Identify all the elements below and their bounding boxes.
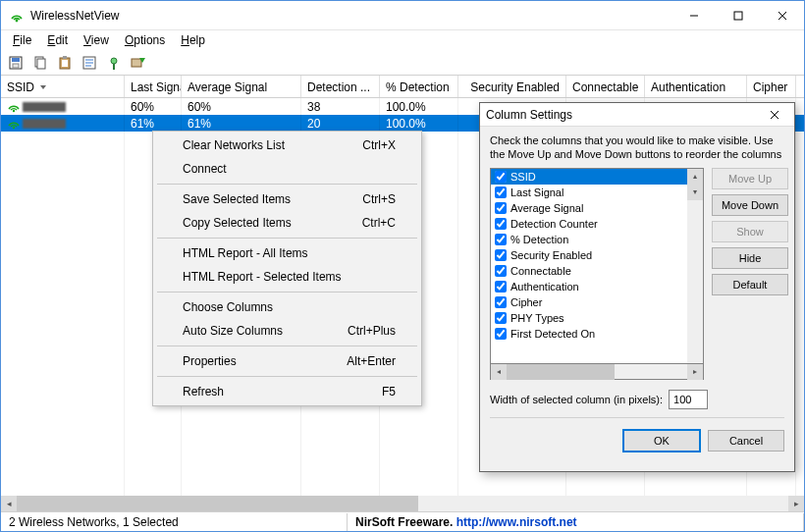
cell: 60% — [182, 100, 301, 114]
column-checkbox-label: Security Enabled — [510, 249, 592, 261]
column-header[interactable]: Last Signal — [125, 76, 182, 97]
grid-header: SSIDLast SignalAverage SignalDetection .… — [1, 76, 804, 98]
column-checkbox[interactable] — [495, 296, 507, 308]
column-checkbox[interactable] — [495, 281, 507, 293]
status-left: 2 Wireless Networks, 1 Selected — [1, 513, 348, 531]
column-checkbox-row[interactable]: First Detected On — [491, 326, 687, 342]
moveup-button[interactable]: Move Up — [712, 168, 788, 189]
column-checkbox-label: SSID — [510, 171, 536, 183]
column-header[interactable]: Security Enabled — [458, 76, 566, 97]
width-input[interactable] — [669, 390, 708, 409]
svg-rect-9 — [37, 59, 45, 69]
column-header[interactable]: Average Signal — [182, 76, 301, 97]
menubar: File Edit View Options Help — [1, 30, 804, 50]
column-checkbox-row[interactable]: Connectable — [491, 263, 687, 279]
menu-view[interactable]: View — [76, 31, 117, 49]
svg-rect-2 — [734, 12, 742, 20]
context-item[interactable]: RefreshF5 — [155, 380, 419, 403]
column-header[interactable]: Connectable — [566, 76, 645, 97]
svg-point-17 — [111, 58, 117, 64]
column-checkbox-row[interactable]: Last Signal — [491, 185, 687, 200]
cancel-button[interactable]: Cancel — [708, 430, 784, 452]
column-header[interactable]: Detection ... — [301, 76, 380, 97]
context-item[interactable]: PropertiesAlt+Enter — [155, 349, 419, 373]
refresh-icon[interactable] — [128, 52, 149, 74]
find-icon[interactable] — [103, 52, 125, 74]
menu-file[interactable]: File — [5, 31, 39, 49]
menu-edit[interactable]: Edit — [39, 31, 76, 49]
width-label: Width of selected column (in pixels): — [490, 394, 663, 405]
context-item[interactable]: Copy Selected ItemsCtrl+C — [155, 211, 419, 235]
column-checkbox-label: PHY Types — [510, 312, 564, 324]
maximize-button[interactable] — [716, 1, 760, 29]
context-item[interactable]: Connect — [155, 157, 419, 181]
horizontal-scrollbar[interactable]: ◂ ▸ — [1, 496, 804, 511]
hide-button[interactable]: Hide — [712, 247, 788, 269]
column-checkbox[interactable] — [495, 218, 507, 230]
column-checkbox[interactable] — [495, 234, 507, 245]
column-checkbox-label: Authentication — [510, 281, 579, 293]
cell — [1, 117, 125, 131]
nirsoft-link[interactable]: http://www.nirsoft.net — [456, 515, 577, 529]
toolbar — [1, 50, 804, 76]
svg-rect-18 — [113, 64, 115, 70]
menu-options[interactable]: Options — [117, 31, 173, 49]
cell: 61% — [125, 117, 182, 131]
column-checkbox-row[interactable]: SSID — [491, 169, 687, 185]
list-vertical-scrollbar[interactable]: ▴ ▾ — [687, 169, 703, 363]
columns-listbox[interactable]: SSIDLast SignalAverage SignalDetection C… — [490, 168, 704, 364]
column-checkbox-label: Detection Counter — [510, 218, 598, 230]
column-header[interactable]: SSID — [1, 76, 125, 97]
cell — [1, 100, 125, 114]
context-item[interactable]: Save Selected ItemsCtrl+S — [155, 187, 419, 211]
context-item[interactable]: HTML Report - Selected Items — [155, 265, 419, 289]
titlebar: WirelessNetView — [1, 1, 804, 30]
column-checkbox-label: Average Signal — [510, 202, 583, 214]
context-item[interactable]: Choose Columns — [155, 295, 419, 319]
cell: 100.0% — [380, 100, 458, 114]
svg-rect-11 — [62, 60, 68, 67]
column-checkbox-row[interactable]: % Detection — [491, 232, 687, 247]
column-checkbox[interactable] — [495, 312, 507, 324]
column-checkbox-row[interactable]: PHY Types — [491, 310, 687, 326]
copy-icon[interactable] — [29, 52, 51, 74]
column-header[interactable]: % Detection — [380, 76, 458, 97]
minimize-button[interactable] — [671, 1, 716, 29]
list-horizontal-scrollbar[interactable]: ◂ ▸ — [490, 364, 704, 380]
column-checkbox[interactable] — [495, 328, 507, 340]
properties-icon[interactable] — [79, 52, 100, 74]
ssid-redacted — [23, 102, 66, 112]
context-item[interactable]: Clear Networks ListCtrl+X — [155, 133, 419, 157]
app-title: WirelessNetView — [30, 9, 671, 23]
show-button[interactable]: Show — [712, 221, 788, 242]
column-header[interactable]: Cipher — [747, 76, 796, 97]
ok-button[interactable]: OK — [623, 430, 700, 452]
column-checkbox[interactable] — [495, 249, 507, 261]
context-item[interactable]: Auto Size ColumnsCtrl+Plus — [155, 319, 419, 343]
menu-help[interactable]: Help — [173, 31, 213, 49]
column-checkbox[interactable] — [495, 186, 507, 198]
column-checkbox-row[interactable]: Cipher — [491, 294, 687, 310]
cell: 100.0% — [380, 117, 458, 131]
column-checkbox[interactable] — [495, 202, 507, 214]
movedown-button[interactable]: Move Down — [712, 194, 788, 216]
cell: 60% — [125, 100, 182, 114]
save-icon[interactable] — [5, 52, 27, 74]
dialog-title: Column Settings — [486, 108, 761, 122]
clipboard-icon[interactable] — [54, 52, 76, 74]
column-header[interactable]: Authentication — [645, 76, 747, 97]
column-settings-dialog: Column Settings Check the columns that y… — [479, 102, 795, 472]
dialog-close-button[interactable] — [761, 105, 788, 125]
cell: 61% — [182, 117, 301, 131]
column-checkbox-row[interactable]: Authentication — [491, 279, 687, 294]
close-button[interactable] — [760, 1, 804, 29]
default-button[interactable]: Default — [712, 274, 788, 295]
column-checkbox-row[interactable]: Security Enabled — [491, 247, 687, 263]
column-checkbox-row[interactable]: Average Signal — [491, 200, 687, 216]
column-checkbox-label: First Detected On — [510, 328, 595, 340]
column-checkbox[interactable] — [495, 265, 507, 277]
svg-rect-19 — [132, 59, 141, 67]
column-checkbox[interactable] — [495, 171, 507, 183]
column-checkbox-row[interactable]: Detection Counter — [491, 216, 687, 232]
context-item[interactable]: HTML Report - All Items — [155, 241, 419, 265]
